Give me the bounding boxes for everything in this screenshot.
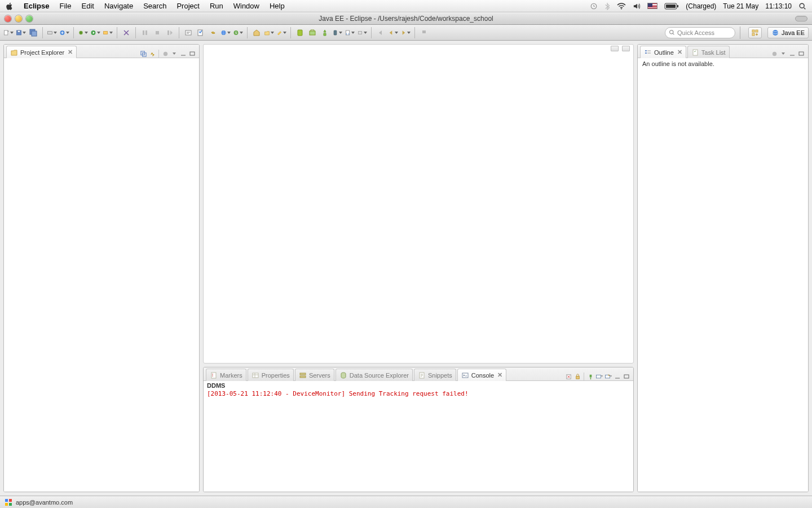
- open-perspective-button[interactable]: [251, 28, 262, 38]
- apple-icon[interactable]: [6, 2, 14, 10]
- close-tab-icon[interactable]: ✕: [68, 49, 73, 56]
- editor-area[interactable]: [203, 44, 634, 364]
- project-explorer-body[interactable]: [4, 58, 199, 492]
- lint-button[interactable]: [121, 28, 131, 38]
- dropdown-button[interactable]: [357, 28, 367, 38]
- window-proxy-icon[interactable]: [795, 16, 807, 21]
- volume-icon[interactable]: [633, 3, 641, 10]
- close-outline-icon[interactable]: ✕: [677, 49, 682, 56]
- svg-rect-46: [300, 373, 306, 375]
- menu-run[interactable]: Run: [210, 2, 223, 10]
- timemachine-icon[interactable]: [590, 2, 598, 10]
- open-perspective-toolbar-button[interactable]: [748, 27, 762, 38]
- menu-navigate[interactable]: Navigate: [104, 2, 133, 10]
- new-android-button[interactable]: [332, 28, 342, 38]
- link-editor-icon[interactable]: [148, 50, 156, 58]
- minimize-bottom-icon[interactable]: [614, 373, 621, 380]
- new-project-button[interactable]: [264, 28, 274, 38]
- pin-button[interactable]: [419, 28, 429, 38]
- run-last-button[interactable]: [103, 28, 113, 38]
- step-button[interactable]: [165, 28, 175, 38]
- svg-rect-10: [32, 31, 37, 36]
- jsp-button[interactable]: S: [233, 28, 243, 38]
- forward-button[interactable]: [400, 28, 411, 38]
- input-flag-icon[interactable]: [647, 3, 657, 9]
- tab-project-explorer[interactable]: Project Explorer ✕: [6, 46, 77, 58]
- properties-icon: [251, 371, 259, 379]
- svg-rect-42: [211, 373, 216, 378]
- tab-tasklist[interactable]: Task List: [687, 46, 730, 58]
- menu-app[interactable]: Eclipse: [24, 2, 50, 10]
- pin-console-icon[interactable]: [586, 373, 594, 380]
- console-output[interactable]: [2013-05-21 11:12:40 - DeviceMonitor] Se…: [204, 390, 633, 492]
- window-close-button[interactable]: [5, 15, 11, 22]
- quick-access-search[interactable]: Quick Access: [665, 27, 735, 38]
- svg-rect-47: [300, 376, 306, 378]
- minimize-outline-icon[interactable]: [788, 50, 796, 58]
- menu-project[interactable]: Project: [176, 2, 199, 10]
- debug-button[interactable]: [78, 28, 88, 38]
- tab-console[interactable]: Console ✕: [457, 369, 506, 381]
- new-server-button[interactable]: [47, 28, 57, 38]
- tab-snippets[interactable]: Snippets: [414, 369, 456, 381]
- quick-access-placeholder: Quick Access: [677, 29, 714, 36]
- focus-task-icon[interactable]: [161, 50, 169, 58]
- lint-run-button[interactable]: [320, 28, 330, 38]
- open-console-icon[interactable]: [604, 373, 612, 380]
- outline-focus-icon[interactable]: [770, 50, 778, 58]
- google-icon[interactable]: [5, 498, 12, 506]
- avd-button[interactable]: [295, 28, 305, 38]
- highlight-button[interactable]: [276, 28, 286, 38]
- menu-help[interactable]: Help: [270, 2, 285, 10]
- open-task-button[interactable]: [196, 28, 206, 38]
- maximize-outline-icon[interactable]: [797, 50, 805, 58]
- window-minimize-button[interactable]: [15, 15, 22, 22]
- collapse-all-icon[interactable]: [139, 50, 147, 58]
- bluetooth-icon[interactable]: [604, 2, 610, 10]
- svg-rect-26: [298, 30, 302, 36]
- markers-icon: [210, 371, 218, 379]
- tab-markers[interactable]: Markers: [206, 369, 246, 381]
- menu-search[interactable]: Search: [143, 2, 166, 10]
- suspend-button[interactable]: [152, 28, 162, 38]
- menu-edit[interactable]: Edit: [81, 2, 94, 10]
- android-sdk-button[interactable]: [59, 28, 69, 38]
- new-button[interactable]: [3, 28, 14, 38]
- wifi-icon[interactable]: [617, 3, 626, 10]
- tab-properties[interactable]: Properties: [248, 369, 294, 381]
- editor-minimize-icon[interactable]: [611, 46, 619, 51]
- window-zoom-button[interactable]: [26, 15, 33, 22]
- run-button[interactable]: [90, 28, 100, 38]
- menu-window[interactable]: Window: [233, 2, 259, 10]
- project-explorer-view: Project Explorer ✕: [3, 44, 200, 492]
- perspective-javaee[interactable]: Java EE: [767, 27, 809, 38]
- maximize-bottom-icon[interactable]: [623, 373, 630, 380]
- clear-console-icon[interactable]: [564, 373, 572, 380]
- tab-servers[interactable]: Servers: [295, 369, 334, 381]
- spotlight-icon[interactable]: [798, 2, 806, 10]
- sdk-manager-button[interactable]: [307, 28, 317, 38]
- view-menu-icon[interactable]: [170, 50, 178, 58]
- display-console-icon[interactable]: [595, 373, 603, 380]
- menubar-date[interactable]: Tue 21 May: [723, 2, 758, 10]
- back-history-button[interactable]: [388, 28, 398, 38]
- maximize-view-icon[interactable]: [188, 50, 196, 58]
- save-button[interactable]: [16, 28, 26, 38]
- minimize-view-icon[interactable]: [179, 50, 187, 58]
- open-type-button[interactable]: [183, 28, 193, 38]
- resume-button[interactable]: [140, 28, 150, 38]
- tab-outline[interactable]: Outline ✕: [640, 46, 686, 58]
- editor-maximize-icon[interactable]: [622, 46, 630, 51]
- link-button[interactable]: [208, 28, 218, 38]
- back-button[interactable]: [376, 28, 386, 38]
- scroll-lock-icon[interactable]: [573, 373, 581, 380]
- battery-icon[interactable]: [664, 3, 679, 10]
- new-xml-button[interactable]: [345, 28, 355, 38]
- close-console-tab-icon[interactable]: ✕: [497, 371, 502, 379]
- outline-viewmenu-icon[interactable]: [779, 50, 787, 58]
- tab-datasource[interactable]: Data Source Explorer: [336, 369, 413, 381]
- web-button[interactable]: [220, 28, 231, 38]
- save-all-button[interactable]: [28, 28, 38, 38]
- menubar-time[interactable]: 11:13:10: [765, 2, 792, 10]
- menu-file[interactable]: File: [60, 2, 72, 10]
